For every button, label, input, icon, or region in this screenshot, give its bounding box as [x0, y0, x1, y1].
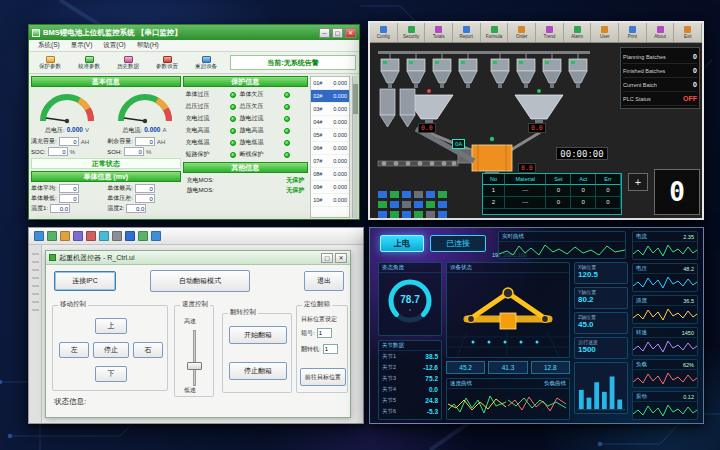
scada-toolbar-button[interactable]: Config	[370, 23, 398, 42]
scada-toolbar-button[interactable]: Report	[453, 23, 481, 42]
speed-slider[interactable]	[193, 330, 196, 386]
status-led	[284, 140, 290, 146]
table-row[interactable]: 2---000	[483, 197, 621, 209]
scada-toolbar-button[interactable]: Formula	[481, 23, 509, 42]
settings-icon[interactable]	[112, 231, 122, 241]
toolbar-button-icon	[163, 56, 172, 63]
menu-item[interactable]: 帮助(H)	[132, 41, 164, 50]
edit-icon[interactable]	[73, 231, 83, 241]
scada-toolbar-button[interactable]: Security	[398, 23, 426, 42]
minimize-button[interactable]: ─	[319, 28, 330, 38]
build-icon[interactable]	[125, 231, 135, 241]
cell-row[interactable]: 07#0.000	[311, 155, 349, 168]
save-icon[interactable]	[60, 231, 70, 241]
toolbar-button[interactable]: 校准参数	[71, 56, 107, 70]
toolbar-button[interactable]: 保护参数	[32, 56, 68, 70]
move-right-button[interactable]: 右	[133, 342, 163, 358]
move-stop-button[interactable]: 停止	[93, 342, 129, 358]
cell-row[interactable]: 02#0.000	[311, 90, 349, 103]
battery-stat-row: 剩余容量:0AH	[107, 137, 180, 146]
crane-titlebar[interactable]: 起重机遥控器 - R_Ctrl.ui ▢ ✕	[46, 251, 350, 265]
menu-item[interactable]: 系统(S)	[33, 41, 65, 50]
mini-chart-panel: 转速1450	[632, 327, 698, 356]
goto-target-button[interactable]: 前往目标位置	[300, 368, 346, 386]
cell-row[interactable]: 05#0.000	[311, 129, 349, 142]
scada-toolbar-button[interactable]: Alarm	[564, 23, 592, 42]
toolbar-button[interactable]: 重启设备	[188, 56, 224, 70]
mini-chart-panel: 温度36.5	[632, 295, 698, 324]
speed-control-group: 速度控制 高速 低速	[174, 305, 214, 397]
start-flip-button[interactable]: 开始翻箱	[229, 326, 287, 344]
toolbar-button-icon	[463, 26, 470, 33]
toolbar-button-icon	[408, 26, 415, 33]
cell-row[interactable]: 01#0.000	[311, 77, 349, 90]
position-value-chip: 45.2	[446, 361, 485, 374]
run-icon[interactable]	[99, 231, 109, 241]
close-button[interactable]: ✕	[345, 28, 356, 38]
mini-waveform	[633, 306, 697, 323]
wave2-title: 负载曲线	[544, 380, 566, 387]
menu-item[interactable]: 设置(O)	[98, 41, 130, 50]
stop-flip-button[interactable]: 停止翻箱	[229, 362, 287, 380]
power-on-button[interactable]: 上电	[380, 235, 424, 252]
toolbar-button[interactable]: 参数设置	[149, 56, 185, 70]
cell-row[interactable]: 08#0.000	[311, 168, 349, 181]
scada-toolbar-button[interactable]: User	[591, 23, 619, 42]
window-title: 起重机遥控器 - R_Ctrl.ui	[59, 253, 318, 263]
joint-row: 关节138.5	[379, 351, 441, 362]
ide-toolbar	[29, 228, 363, 245]
cell-stat-row: 单体平均:0	[31, 184, 104, 193]
speed-high-label: 高速	[184, 317, 196, 326]
slider-handle[interactable]	[187, 362, 202, 370]
scada-toolbar-button[interactable]: Exit	[674, 23, 702, 42]
maximize-button[interactable]: ▢	[332, 28, 343, 38]
move-down-button[interactable]: 下	[95, 366, 127, 382]
flipper-input[interactable]	[323, 344, 338, 354]
cell-row[interactable]: 09#0.000	[311, 181, 349, 194]
scrollbar[interactable]	[352, 76, 357, 218]
scada-toolbar-button[interactable]: Order	[508, 23, 536, 42]
mini-waveform	[633, 242, 697, 259]
menu-item[interactable]: 显示(V)	[66, 41, 98, 50]
crane-app-window: 起重机遥控器 - R_Ctrl.ui ▢ ✕ 连接IPC 自动翻箱模式 退出 移…	[28, 227, 364, 424]
table-row[interactable]: 1---000	[483, 185, 621, 197]
cell-stat-row: 单体最低:0	[31, 194, 104, 203]
status-led	[230, 140, 236, 146]
scada-toolbar-button[interactable]: About	[647, 23, 675, 42]
bms-titlebar[interactable]: BMS锂电池上位机监控系统 【串口监控】 ─ ▢ ✕	[29, 25, 359, 40]
current-value: 0.000	[144, 126, 160, 133]
connect-ipc-button[interactable]: 连接IPC	[54, 271, 116, 291]
move-left-button[interactable]: 左	[59, 342, 89, 358]
cell-stat-row: 单体最高:0	[107, 184, 180, 193]
preview-icon[interactable]	[138, 231, 148, 241]
toolbar-button[interactable]: 历史数据	[110, 56, 146, 70]
maximize-button[interactable]: ▢	[321, 253, 333, 263]
process-diagram: Planning Batches0 Finished Batches0 Curr…	[370, 43, 702, 218]
scada-toolbar-button[interactable]: Print	[619, 23, 647, 42]
box-number-input[interactable]	[317, 328, 332, 338]
scada-toolbar-button[interactable]: Totals	[425, 23, 453, 42]
widget-toolbox-strip[interactable]	[29, 245, 42, 423]
scada-toolbar-button[interactable]: Trend	[536, 23, 564, 42]
stop-icon[interactable]	[86, 231, 96, 241]
increment-button[interactable]: +	[628, 173, 648, 191]
current-gauge: 总电流: 0.000 A	[109, 89, 181, 135]
new-file-icon[interactable]	[34, 231, 44, 241]
cell-row[interactable]: 03#0.000	[311, 103, 349, 116]
open-file-icon[interactable]	[47, 231, 57, 241]
move-up-button[interactable]: 上	[95, 318, 127, 334]
layout-icon[interactable]	[151, 231, 161, 241]
cell-row[interactable]: 06#0.000	[311, 142, 349, 155]
alarm-banner: 当前:无系统告警	[230, 55, 356, 70]
auto-flip-mode-button[interactable]: 自动翻箱模式	[150, 270, 250, 292]
cell-voltage-list[interactable]: 01#0.000 02#0.000 03#0.000 04#0.000	[310, 76, 350, 218]
mini-chart-panel: 负载62%	[632, 359, 698, 388]
status-led	[284, 104, 290, 110]
toolbar-button-icon	[380, 26, 387, 33]
cell-row[interactable]: 04#0.000	[311, 116, 349, 129]
cell-row[interactable]: 10#0.000	[311, 194, 349, 207]
status-led	[230, 104, 236, 110]
exit-button[interactable]: 退出	[304, 271, 344, 291]
close-button[interactable]: ✕	[335, 253, 347, 263]
gauge-value: 78.7	[400, 294, 420, 305]
